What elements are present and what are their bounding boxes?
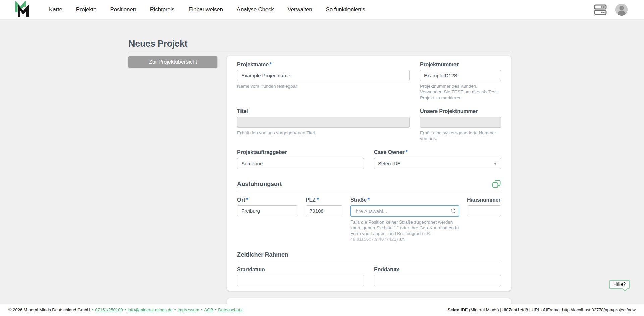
footer-link-phone[interactable]: 07151/250100 <box>95 307 123 312</box>
enddatum-label: Enddatum <box>374 267 501 273</box>
strasse-helper: Falls die Position keiner Straße zugeord… <box>350 219 459 242</box>
projektauftraggeber-label: Projektauftraggeber <box>237 149 364 155</box>
footer-separator: • <box>215 307 217 312</box>
section-divider <box>237 191 501 191</box>
logo-m-icon <box>15 1 30 18</box>
row-datum: Startdatum Enddatum <box>237 267 501 286</box>
required-marker: * <box>317 197 319 203</box>
hilfe-button[interactable]: Hilfe? <box>609 280 630 289</box>
section-ausfuehrungsort-header: Ausführungsort <box>237 180 501 189</box>
main-nav: Karte Projekte Positionen Richtpreis Ein… <box>49 6 365 13</box>
next-section-card <box>227 298 511 304</box>
nav-item-einbauweisen[interactable]: Einbauweisen <box>188 6 223 13</box>
nav-item-projekte[interactable]: Projekte <box>76 6 97 13</box>
ort-input[interactable] <box>237 205 298 216</box>
titel-label: Titel <box>237 108 410 114</box>
title-divider <box>128 52 511 52</box>
hausnummer-label: Hausnummer <box>467 197 501 203</box>
row-titel-unsere-projektnummer: Titel Erhält den von uns vorgegebenen Ti… <box>237 108 501 141</box>
section-ausfuehrungsort-title: Ausführungsort <box>237 181 282 188</box>
footer-link-email[interactable]: info@mineral-minds.de <box>128 307 173 312</box>
nav-item-analyse-check[interactable]: Analyse Check <box>237 6 274 13</box>
field-ort: Ort* <box>237 197 298 242</box>
titel-input <box>237 117 410 128</box>
nav-item-richtpreis[interactable]: Richtpreis <box>150 6 175 13</box>
plz-label: PLZ* <box>306 197 342 203</box>
field-titel: Titel Erhält den von uns vorgegebenen Ti… <box>237 108 410 141</box>
row-adresse: Ort* PLZ* Straße* Falls die Position kei… <box>237 197 501 242</box>
case-owner-value[interactable] <box>374 158 501 169</box>
plz-input[interactable] <box>306 205 342 216</box>
required-marker: * <box>368 197 370 203</box>
case-owner-label: Case Owner* <box>374 149 501 155</box>
projektname-helper: Name vom Kunden festlegbar <box>237 83 410 89</box>
required-marker: * <box>246 197 248 203</box>
top-navigation-bar: Karte Projekte Positionen Richtpreis Ein… <box>0 0 644 19</box>
nav-item-karte[interactable]: Karte <box>49 6 62 13</box>
nav-item-so-funktionierts[interactable]: So funktioniert's <box>326 6 365 13</box>
page-title: Neues Projekt <box>128 39 187 49</box>
projektnummer-input[interactable] <box>420 70 501 81</box>
footer-separator: • <box>92 307 94 312</box>
footer-left: © 2026 Mineral Minds Deutschland GmbH • … <box>8 307 243 312</box>
loading-spinner-icon <box>451 209 455 213</box>
nav-item-verwalten[interactable]: Verwalten <box>288 6 312 13</box>
startdatum-label: Startdatum <box>237 267 364 273</box>
new-project-form-card: Projektname* Name vom Kunden festlegbar … <box>227 56 511 291</box>
projektauftraggeber-input[interactable] <box>237 158 364 169</box>
section-zeitlicher-rahmen-header: Zeitlicher Rahmen <box>237 251 501 258</box>
case-owner-select[interactable] <box>374 158 501 169</box>
user-avatar-icon[interactable] <box>615 3 628 16</box>
session-details: (Mineral Minds) | df07aaf1efd8 | URL of … <box>468 307 636 312</box>
mineral-minds-logo[interactable] <box>15 1 30 18</box>
field-projektname: Projektname* Name vom Kunden festlegbar <box>237 62 410 101</box>
footer-separator: • <box>174 307 176 312</box>
zur-projektuebersicht-button[interactable]: Zur Projektübersicht <box>128 56 217 68</box>
footer-separator: • <box>124 307 126 312</box>
startdatum-input[interactable] <box>237 275 364 286</box>
copy-icon[interactable] <box>492 180 501 189</box>
unsere-projektnummer-helper: Erhält eine systemgenerierte Nummer von … <box>420 130 501 141</box>
projektname-label: Projektname* <box>237 62 410 68</box>
hausnummer-input[interactable] <box>467 205 501 216</box>
field-projektauftraggeber: Projektauftraggeber <box>237 149 364 169</box>
projektname-input[interactable] <box>237 70 410 81</box>
unsere-projektnummer-input <box>420 117 501 128</box>
strasse-input[interactable] <box>350 205 459 217</box>
field-unsere-projektnummer: Unsere Projektnummer Erhält eine systemg… <box>420 108 501 141</box>
header-actions <box>594 3 628 16</box>
strasse-label: Straße* <box>350 197 459 203</box>
footer-link-agb[interactable]: AGB <box>204 307 213 312</box>
footer-link-impressum[interactable]: Impressum <box>177 307 199 312</box>
session-owner: Selen IDE <box>447 307 468 312</box>
unsere-projektnummer-label: Unsere Projektnummer <box>420 108 501 114</box>
footer-separator: • <box>201 307 203 312</box>
section-zeitlicher-rahmen-title: Zeitlicher Rahmen <box>237 251 288 258</box>
row-projektname-projektnummer: Projektname* Name vom Kunden festlegbar … <box>237 62 501 101</box>
footer-bar: © 2026 Mineral Minds Deutschland GmbH • … <box>0 304 644 316</box>
row-auftraggeber-caseowner: Projektauftraggeber Case Owner* <box>237 149 501 169</box>
field-startdatum: Startdatum <box>237 267 364 286</box>
footer-link-datenschutz[interactable]: Datenschutz <box>218 307 242 312</box>
titel-helper: Erhält den von uns vorgegebenen Titel. <box>237 130 410 136</box>
field-projektnummer: Projektnummer Projektnummer des Kunden. … <box>420 62 501 101</box>
field-enddatum: Enddatum <box>374 267 501 286</box>
field-case-owner: Case Owner* <box>374 149 501 169</box>
required-marker: * <box>406 149 408 155</box>
footer-session-info: Selen IDE (Mineral Minds) | df07aaf1efd8… <box>447 307 636 312</box>
ort-label: Ort* <box>237 197 298 203</box>
section-divider <box>237 261 501 261</box>
field-plz: PLZ* <box>306 197 342 242</box>
projektnummer-helper: Projektnummer des Kunden. Verwenden Sie … <box>420 83 501 101</box>
nav-item-positionen[interactable]: Positionen <box>110 6 136 13</box>
server-icon[interactable] <box>594 4 607 16</box>
main-content: Neues Projekt Zur Projektübersicht Proje… <box>0 19 644 304</box>
required-marker: * <box>270 62 272 67</box>
projektnummer-label: Projektnummer <box>420 62 501 68</box>
enddatum-input[interactable] <box>374 275 501 286</box>
copyright-text: © 2026 Mineral Minds Deutschland GmbH <box>8 307 90 312</box>
field-hausnummer: Hausnummer <box>467 197 501 242</box>
field-strasse: Straße* Falls die Position keiner Straße… <box>350 197 459 242</box>
